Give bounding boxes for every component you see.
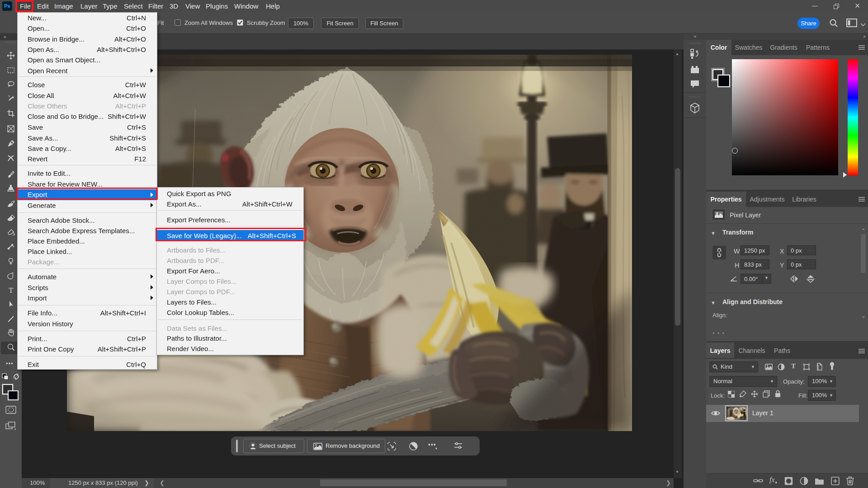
svg-text:T: T (9, 286, 14, 294)
